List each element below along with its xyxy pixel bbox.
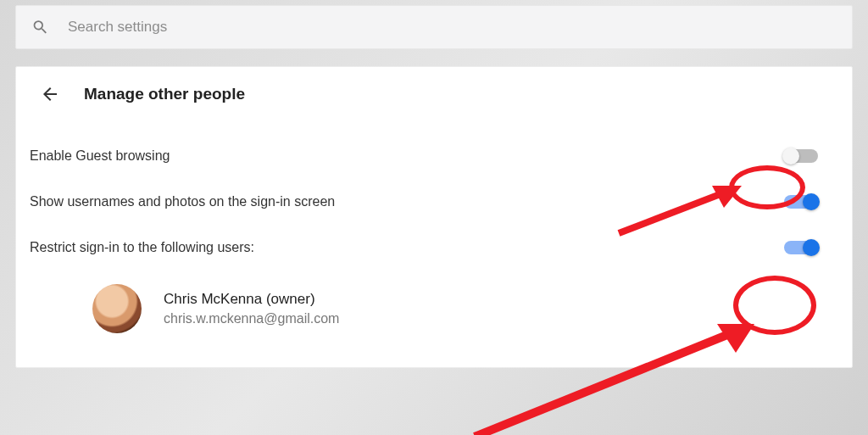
guest-browsing-toggle[interactable] <box>784 149 818 163</box>
settings-panel: Manage other people Enable Guest browsin… <box>15 66 853 368</box>
guest-browsing-label: Enable Guest browsing <box>30 148 170 164</box>
user-email: chris.w.mckenna@gmail.com <box>164 311 339 326</box>
user-row: Chris McKenna (owner) chris.w.mckenna@gm… <box>16 270 852 333</box>
page-title: Manage other people <box>84 85 245 103</box>
setting-guest-browsing: Enable Guest browsing <box>16 133 852 179</box>
search-icon <box>31 18 49 36</box>
show-usernames-toggle[interactable] <box>784 195 818 209</box>
setting-restrict-signin: Restrict sign-in to the following users: <box>16 225 852 270</box>
toggle-knob-icon <box>803 239 820 256</box>
restrict-signin-label: Restrict sign-in to the following users: <box>30 240 254 255</box>
user-info: Chris McKenna (owner) chris.w.mckenna@gm… <box>164 291 339 326</box>
restrict-signin-toggle[interactable] <box>784 241 818 254</box>
show-usernames-label: Show usernames and photos on the sign-in… <box>30 194 335 209</box>
avatar <box>92 284 142 333</box>
setting-show-usernames: Show usernames and photos on the sign-in… <box>16 179 852 225</box>
toggle-knob-icon <box>782 148 799 165</box>
panel-header: Manage other people <box>16 67 852 118</box>
toggle-knob-icon <box>803 193 820 210</box>
search-bar[interactable] <box>15 5 853 49</box>
user-name: Chris McKenna (owner) <box>164 291 339 308</box>
search-input[interactable] <box>68 19 837 36</box>
back-arrow-icon[interactable] <box>40 84 60 104</box>
